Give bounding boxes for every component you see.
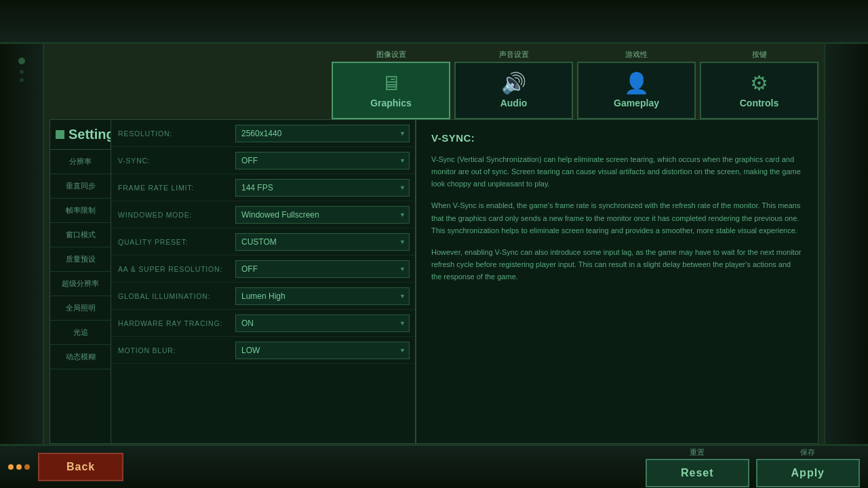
- option-select-resolution[interactable]: 1920x1080 2560x1440 3840x2160: [235, 125, 410, 142]
- bottom-bar-content: Back 重置 Reset 保存 Apply: [0, 447, 868, 487]
- right-decoration: [824, 44, 868, 444]
- options-column: RESOLUTION: 1920x1080 2560x1440 3840x216…: [111, 120, 416, 443]
- tab-gameplay-container: 游戏性 👤 Gameplay: [577, 49, 696, 119]
- option-select-wrap-vsync: OFF ON ▼: [230, 149, 415, 172]
- option-select-framerate[interactable]: 30 FPS 60 FPS 120 FPS 144 FPS Unlimited: [235, 179, 410, 197]
- option-select-wrap-superres: OFF DLSS FSR TAA ▼: [230, 258, 415, 281]
- description-column: V-SYNC: V-Sync (Vertical Synchronization…: [416, 120, 818, 443]
- option-label-raytracing: HARDWARE RAY TRACING:: [111, 315, 230, 331]
- tab-graphics-button[interactable]: 🖥 Graphics: [332, 62, 450, 119]
- tab-controls-chinese: 按键: [752, 49, 767, 60]
- option-row-vsync: V-SYNC: OFF ON ▼: [111, 147, 415, 174]
- audio-icon: 🔊: [501, 73, 526, 94]
- sidebar-item-framerate[interactable]: 帧率限制: [50, 199, 111, 223]
- back-button[interactable]: Back: [38, 453, 123, 481]
- sidebar-item-windowmode[interactable]: 窗口模式: [50, 223, 111, 247]
- tab-controls-container: 按键 ⚙ Controls: [700, 49, 818, 119]
- tab-gameplay-chinese: 游戏性: [625, 49, 648, 60]
- option-row-motionblur: MOTION BLUR: OFF LOW MEDIUM HIGH ▼: [111, 337, 415, 364]
- option-label-quality: QUALITY PRESET:: [111, 234, 230, 250]
- description-title: V-SYNC:: [431, 132, 803, 144]
- apply-button-container: 保存 Apply: [756, 447, 860, 487]
- option-select-motionblur[interactable]: OFF LOW MEDIUM HIGH: [235, 342, 410, 359]
- option-select-raytracing[interactable]: OFF ON: [235, 314, 410, 332]
- sidebar-item-quality[interactable]: 质量预设: [50, 247, 111, 272]
- tab-graphics-chinese: 图像设置: [376, 49, 406, 60]
- reset-button[interactable]: Reset: [646, 459, 749, 487]
- description-para-3: However, enabling V-Sync can also introd…: [431, 246, 803, 283]
- tab-audio-chinese: 声音设置: [499, 49, 529, 60]
- option-label-illumination: GLOBAL ILLUMINATION:: [111, 288, 230, 304]
- option-row-illumination: GLOBAL ILLUMINATION: Off Lumen Low Lumen…: [111, 283, 415, 310]
- option-select-wrap-motionblur: OFF LOW MEDIUM HIGH ▼: [230, 339, 415, 362]
- settings-main-panel: RESOLUTION: 1920x1080 2560x1440 3840x216…: [111, 119, 818, 444]
- option-select-wrap-quality: Low Medium High Ultra CUSTOM ▼: [230, 230, 415, 253]
- bottom-decoration: Back 重置 Reset 保存 Apply: [0, 444, 868, 488]
- page-content: 图像设置 🖥 Graphics 声音设置 🔊 Audio 游戏性: [0, 44, 868, 444]
- tab-gameplay-label: Gameplay: [614, 98, 659, 108]
- option-row-resolution: RESOLUTION: 1920x1080 2560x1440 3840x216…: [111, 120, 415, 147]
- person-icon: 👤: [624, 73, 649, 94]
- sidebar-item-raytracing[interactable]: 光追: [50, 321, 111, 345]
- option-row-quality: QUALITY PRESET: Low Medium High Ultra CU…: [111, 228, 415, 256]
- back-button-area: Back: [8, 453, 123, 481]
- tabs-row: 图像设置 🖥 Graphics 声音设置 🔊 Audio 游戏性: [50, 44, 818, 119]
- top-decoration: [0, 0, 868, 44]
- dot-1: [8, 464, 14, 470]
- tab-controls-label: Controls: [740, 98, 779, 108]
- sidebar-item-resolution[interactable]: 分辨率: [50, 150, 111, 174]
- apply-chinese-label: 保存: [800, 447, 815, 458]
- option-select-wrap-framerate: 30 FPS 60 FPS 120 FPS 144 FPS Unlimited …: [230, 176, 415, 199]
- reset-button-container: 重置 Reset: [646, 447, 749, 487]
- option-row-superres: AA & SUPER RESOLUTION: OFF DLSS FSR TAA …: [111, 256, 415, 283]
- settings-content: RESOLUTION: 1920x1080 2560x1440 3840x216…: [111, 119, 818, 444]
- dot-indicator: [8, 464, 30, 470]
- tab-audio-button[interactable]: 🔊 Audio: [454, 62, 573, 119]
- tab-graphics-container: 图像设置 🖥 Graphics: [332, 49, 450, 119]
- tab-audio-container: 声音设置 🔊 Audio: [454, 49, 573, 119]
- option-select-superres[interactable]: OFF DLSS FSR TAA: [235, 260, 410, 278]
- apply-button[interactable]: Apply: [756, 459, 860, 487]
- settings-icon: [56, 130, 64, 139]
- option-select-vsync[interactable]: OFF ON: [235, 152, 410, 169]
- option-select-windowmode[interactable]: Fullscreen Windowed Fullscreen Windowed: [235, 206, 410, 224]
- dot-3: [24, 464, 30, 470]
- sidebar-item-illumination[interactable]: 全局照明: [50, 296, 111, 321]
- sidebar-settings-title: Settings: [50, 120, 111, 150]
- option-select-wrap-illumination: Off Lumen Low Lumen High Lumen Ultra ▼: [230, 285, 415, 308]
- gear-icon: ⚙: [750, 73, 768, 94]
- tab-gameplay-button[interactable]: 👤 Gameplay: [577, 62, 696, 119]
- option-select-illumination[interactable]: Off Lumen Low Lumen High Lumen Ultra: [235, 287, 410, 305]
- sidebar-item-motionblur[interactable]: 动态模糊: [50, 345, 111, 369]
- option-row-raytracing: HARDWARE RAY TRACING: OFF ON ▼: [111, 310, 415, 337]
- option-label-superres: AA & SUPER RESOLUTION:: [111, 261, 230, 277]
- settings-title-text: Settings: [68, 127, 111, 142]
- option-select-quality[interactable]: Low Medium High Ultra CUSTOM: [235, 233, 410, 251]
- sidebar-item-superres[interactable]: 超级分辨率: [50, 272, 111, 296]
- right-buttons-area: 重置 Reset 保存 Apply: [646, 447, 860, 487]
- description-para-2: When V-Sync is enabled, the game's frame…: [431, 199, 803, 236]
- option-select-wrap-windowmode: Fullscreen Windowed Fullscreen Windowed …: [230, 203, 415, 226]
- description-para-1: V-Sync (Vertical Synchronization) can he…: [431, 153, 803, 190]
- option-label-vsync: V-SYNC:: [111, 152, 230, 169]
- reset-chinese-label: 重置: [690, 447, 705, 458]
- sidebar-nav: Settings 分辨率 垂直同步 帧率限制 窗口模式 质量预设 超级分辨率 全…: [50, 119, 111, 444]
- option-row-framerate: FRAME RATE LIMIT: 30 FPS 60 FPS 120 FPS …: [111, 174, 415, 201]
- tab-graphics-label: Graphics: [370, 98, 412, 108]
- option-label-windowmode: WINDOWED MODE:: [111, 207, 230, 223]
- option-row-windowmode: WINDOWED MODE: Fullscreen Windowed Fulls…: [111, 201, 415, 228]
- option-select-wrap-resolution: 1920x1080 2560x1440 3840x2160 ▼: [230, 122, 415, 145]
- dot-2: [16, 464, 22, 470]
- center-content: 图像设置 🖥 Graphics 声音设置 🔊 Audio 游戏性: [44, 44, 824, 444]
- sidebar-item-vsync[interactable]: 垂直同步: [50, 174, 111, 199]
- sidebar-nav-items: 分辨率 垂直同步 帧率限制 窗口模式 质量预设 超级分辨率 全局照明 光追 动态…: [50, 150, 111, 443]
- option-label-motionblur: MOTION BLUR:: [111, 342, 230, 359]
- main-content: Settings 分辨率 垂直同步 帧率限制 窗口模式 质量预设 超级分辨率 全…: [50, 119, 818, 444]
- option-label-resolution: RESOLUTION:: [111, 125, 230, 142]
- option-select-wrap-raytracing: OFF ON ▼: [230, 312, 415, 335]
- tab-controls-button[interactable]: ⚙ Controls: [700, 62, 818, 119]
- tab-audio-label: Audio: [500, 98, 528, 108]
- page-wrapper: 图像设置 🖥 Graphics 声音设置 🔊 Audio 游戏性: [0, 0, 868, 488]
- left-decoration: [0, 44, 44, 444]
- option-label-framerate: FRAME RATE LIMIT:: [111, 180, 230, 196]
